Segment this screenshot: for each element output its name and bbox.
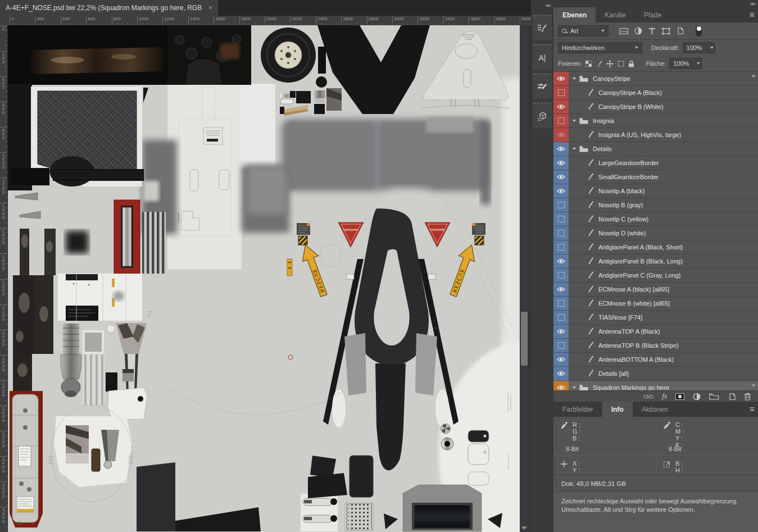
layer-row-content[interactable]: Nosetip B (gray): [569, 198, 758, 212]
eyedropper-icon[interactable]: [663, 421, 671, 429]
group-chevron-icon[interactable]: [573, 387, 576, 389]
info-panel-menu-icon[interactable]: ≡: [750, 404, 755, 413]
layer-row[interactable]: CanopyStripe A (Black): [553, 86, 758, 100]
layer-row-content[interactable]: Insignia A (US, HighVis, large): [569, 128, 758, 142]
layer-row[interactable]: Nosetip A (black): [553, 184, 758, 198]
layer-row[interactable]: CanopyStripe: [553, 72, 758, 86]
fill-select[interactable]: 100%: [669, 58, 702, 69]
brush-presets-panel-button[interactable]: [533, 15, 552, 40]
filter-shape-layers-icon[interactable]: [662, 28, 670, 35]
visibility-toggle-off[interactable]: [553, 240, 569, 254]
adjustment-layer-icon[interactable]: [693, 393, 701, 401]
visibility-toggle-off[interactable]: [553, 114, 569, 128]
link-layers-icon[interactable]: [643, 393, 653, 400]
filter-adjustment-layers-icon[interactable]: [634, 27, 642, 35]
visibility-toggle-off[interactable]: [553, 212, 569, 226]
scrollbar-down-icon[interactable]: [521, 526, 527, 530]
visibility-toggle-off[interactable]: [553, 269, 569, 283]
collapse-panels-icon[interactable]: »»: [750, 0, 755, 7]
delete-layer-icon[interactable]: [744, 393, 751, 401]
visibility-toggle-off[interactable]: [553, 297, 569, 311]
layer-row[interactable]: AntiglarePanel C (Gray, Long): [553, 269, 758, 283]
layer-row-content[interactable]: AntennaTOP B (Black Stripe): [569, 339, 758, 353]
layer-mask-icon[interactable]: [675, 393, 684, 400]
tab-ebenen[interactable]: Ebenen: [553, 7, 596, 22]
tab-pfade[interactable]: Pfade: [635, 7, 670, 22]
visibility-toggle-off[interactable]: [553, 226, 569, 240]
lock-artboard-icon[interactable]: [617, 60, 625, 67]
layer-row-content[interactable]: CanopyStripe: [569, 72, 758, 86]
layer-row[interactable]: AntiglarePanel A (Black, Short): [553, 240, 758, 254]
layer-row[interactable]: ECMnose A (black) [all65]: [553, 283, 758, 297]
filter-type-layers-icon[interactable]: [648, 28, 656, 35]
visibility-toggle-off[interactable]: [553, 311, 569, 325]
visibility-toggle-on[interactable]: [553, 353, 569, 367]
tab-aktionen[interactable]: Aktionen: [633, 402, 677, 417]
lock-all-icon[interactable]: [628, 60, 634, 67]
canvas-viewport[interactable]: WARNING WARNING RESCUE RESCUE: [8, 25, 520, 532]
layer-row[interactable]: Insignia: [553, 114, 758, 128]
layer-row[interactable]: ECMnose B (white) [all65]: [553, 297, 758, 311]
new-layer-icon[interactable]: [728, 393, 736, 401]
visibility-toggle-off[interactable]: [553, 339, 569, 353]
layer-row-content[interactable]: ECMnose A (black) [all65]: [569, 283, 758, 297]
visibility-toggle-on[interactable]: [553, 381, 569, 390]
visibility-toggle-off[interactable]: [553, 86, 569, 100]
lock-pixels-icon[interactable]: [596, 60, 603, 67]
tab-kanaele[interactable]: Kanäle: [596, 7, 634, 22]
layer-row-content[interactable]: Nosetip A (black): [569, 184, 758, 198]
brush-settings-panel-button[interactable]: [533, 73, 552, 99]
visibility-toggle-on[interactable]: [553, 325, 569, 339]
layer-row-content[interactable]: TIASNose [F74]: [569, 311, 758, 325]
ruler-horizontal[interactable]: 0200400600800100012001400160018002000220…: [0, 16, 531, 26]
threed-panel-button[interactable]: [533, 102, 552, 128]
lock-transparency-icon[interactable]: [585, 60, 592, 67]
layer-row-content[interactable]: AntennaTOP A (Black): [569, 325, 758, 339]
layer-row-content[interactable]: AntiglarePanel C (Gray, Long): [569, 269, 758, 283]
scrollbar-thumb[interactable]: [521, 312, 528, 366]
list-scroll-up-icon[interactable]: [751, 74, 756, 77]
layer-row-content[interactable]: Insignia: [569, 114, 758, 128]
layer-row[interactable]: Details [all]: [553, 367, 758, 381]
layer-row[interactable]: LargeGeardoorBorder: [553, 156, 758, 170]
layer-row[interactable]: Details: [553, 142, 758, 156]
visibility-toggle-on[interactable]: [553, 142, 569, 156]
filter-smart-objects-icon[interactable]: [677, 27, 684, 35]
visibility-toggle-on[interactable]: [553, 367, 569, 381]
layer-row[interactable]: AntennaTOP A (Black): [553, 325, 758, 339]
visibility-toggle-on[interactable]: [553, 72, 569, 86]
layer-row-content[interactable]: Details [all]: [569, 367, 758, 381]
filter-pixel-layers-icon[interactable]: [619, 28, 628, 35]
layer-row-content[interactable]: Squadron Markings go here: [569, 381, 758, 390]
layer-row[interactable]: TIASNose [F74]: [553, 311, 758, 325]
layer-row-content[interactable]: AntennaBOTTOM A (Black): [569, 353, 758, 367]
visibility-toggle-on[interactable]: [553, 100, 569, 114]
visibility-toggle-on[interactable]: [553, 170, 569, 184]
layer-row-content[interactable]: CanopyStripe B (White): [569, 100, 758, 114]
layer-row[interactable]: Squadron Markings go here: [553, 381, 758, 390]
layer-style-icon[interactable]: fx: [662, 392, 667, 401]
close-tab-icon[interactable]: ×: [208, 4, 212, 11]
layer-row-content[interactable]: Nosetip C (yellow): [569, 212, 758, 226]
visibility-toggle-on[interactable]: [553, 128, 569, 142]
group-chevron-icon[interactable]: [573, 120, 576, 122]
visibility-toggle-on[interactable]: [553, 156, 569, 170]
visibility-toggle-on[interactable]: [553, 254, 569, 269]
blend-mode-select[interactable]: Hindurchwirken: [558, 42, 642, 53]
layer-row-content[interactable]: Details: [569, 142, 758, 156]
visibility-toggle-off[interactable]: [553, 198, 569, 212]
visibility-toggle-on[interactable]: [553, 283, 569, 297]
lock-position-icon[interactable]: [606, 60, 614, 67]
canvas-scrollbar[interactable]: [520, 25, 529, 532]
opacity-select[interactable]: 100%: [683, 42, 715, 53]
visibility-toggle-on[interactable]: [553, 184, 569, 198]
layer-row[interactable]: SmallGeardoorBorder: [553, 170, 758, 184]
document-tab[interactable]: A-4E+F_NOSE.psd bei 22,2% (Squadron Mark…: [0, 0, 218, 16]
layer-filter-select[interactable]: Art: [558, 25, 609, 37]
group-chevron-icon[interactable]: [573, 148, 576, 150]
layer-row[interactable]: Nosetip C (yellow): [553, 212, 758, 226]
layer-row[interactable]: AntennaBOTTOM A (Black): [553, 353, 758, 367]
layer-row[interactable]: CanopyStripe B (White): [553, 100, 758, 114]
layer-row-content[interactable]: AntiglarePanel A (Black, Short): [569, 240, 758, 254]
new-group-icon[interactable]: [709, 393, 719, 400]
